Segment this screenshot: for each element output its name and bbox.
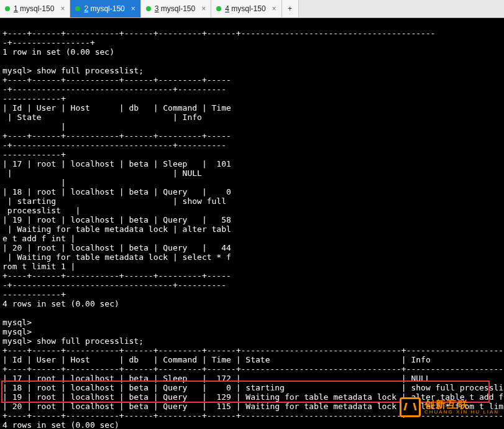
close-icon[interactable]: ×: [131, 4, 135, 13]
table-row: | 19 | root | localhost | beta | Query |…: [2, 392, 504, 402]
output-text: | 20 | root | localhost | beta | Query |…: [2, 243, 231, 252]
output-text: -+---------------------------------+----…: [2, 141, 226, 150]
output-text: processlist |: [2, 206, 80, 215]
prompt: mysql>: [2, 327, 32, 336]
table-row: | 17 | root | localhost | beta | Sleep |…: [2, 374, 504, 383]
table-row: | 20 | root | localhost | beta | Query |…: [2, 402, 504, 411]
tab-number: 4: [225, 4, 229, 13]
output-text: | 18 | root | localhost | beta | Query |…: [2, 187, 231, 196]
output-text: | 17 | root | localhost | beta | Sleep |…: [2, 159, 231, 168]
add-tab-button[interactable]: +: [282, 0, 299, 17]
status-dot-icon: [146, 6, 151, 11]
output-text: ------------+: [2, 94, 66, 103]
tab-label: mysql-150: [161, 4, 195, 13]
output-text: | starting | show full: [2, 196, 226, 206]
output-text: -+---------------------------------+----…: [2, 85, 226, 94]
tab-number: 1: [14, 4, 18, 13]
output-text: | | NULL: [2, 168, 226, 178]
status-dot-icon: [5, 6, 10, 11]
tab-1[interactable]: 1 mysql-150 ×: [0, 0, 70, 17]
prompt: mysql>: [2, 318, 32, 327]
output-text: +----+------+-----------+------+--------…: [2, 75, 231, 85]
command: show full processlist;: [37, 66, 144, 75]
tab-number: 3: [155, 4, 159, 13]
close-icon[interactable]: ×: [201, 4, 206, 13]
output-text: | Id | User | Host | db | Command | Time: [2, 103, 231, 113]
output-text: | 19 | root | localhost | beta | Query |…: [2, 215, 231, 224]
prompt: mysql>: [2, 336, 32, 346]
output-text: -+---------------------------------+----…: [2, 280, 226, 290]
output-text: +----+------+-----------+------+--------…: [2, 271, 231, 280]
output-text: +----+------+-----------+------+--------…: [2, 131, 231, 141]
close-icon[interactable]: ×: [60, 4, 65, 13]
output-text: | Waiting for table metadata lock | sele…: [2, 252, 231, 262]
tab-number: 2: [84, 4, 88, 13]
tab-label: mysql-150: [90, 4, 124, 13]
command: show full processlist;: [37, 336, 144, 346]
output-text: ------------+: [2, 290, 66, 299]
output-text: e t add f int |: [2, 234, 75, 243]
output-text: | State | Info: [2, 113, 226, 122]
output-text: 4 rows in set (0.00 sec): [2, 299, 119, 308]
terminal[interactable]: +----+------+-----------+------+--------…: [0, 18, 504, 429]
output-text: |: [2, 122, 66, 131]
output-text: |: [2, 178, 66, 187]
tab-label: mysql-150: [231, 4, 265, 13]
table-divider: +----+------+-----------+------+--------…: [2, 411, 504, 420]
tab-3[interactable]: 3 mysql-150 ×: [141, 0, 211, 17]
close-icon[interactable]: ×: [272, 4, 277, 13]
table-row: | 18 | root | localhost | beta | Query |…: [2, 383, 504, 392]
tab-label: mysql-150: [20, 4, 54, 13]
output-text: 4 rows in set (0.00 sec): [2, 420, 119, 429]
output-text: ------------+: [2, 150, 66, 159]
prompt: mysql>: [2, 66, 32, 75]
output-text: | Waiting for table metadata lock | alte…: [2, 224, 231, 234]
table-header: | Id | User | Host | db | Command | Time…: [2, 355, 504, 364]
tab-2[interactable]: 2 mysql-150 ×: [70, 0, 140, 17]
output-text: rom t limit 1 |: [2, 262, 75, 271]
output-text: -+----------------+: [2, 38, 95, 47]
status-dot-icon: [75, 6, 80, 11]
output-text: 1 row in set (0.00 sec): [2, 47, 114, 57]
tab-bar: 1 mysql-150 × 2 mysql-150 × 3 mysql-150 …: [0, 0, 504, 18]
table-divider: +----+------+-----------+------+--------…: [2, 364, 504, 374]
output-text: +----+------+-----------+------+--------…: [2, 29, 436, 38]
status-dot-icon: [216, 6, 221, 11]
tab-4[interactable]: 4 mysql-150 ×: [211, 0, 282, 17]
table-divider: +----+------+-----------+------+--------…: [2, 346, 504, 355]
